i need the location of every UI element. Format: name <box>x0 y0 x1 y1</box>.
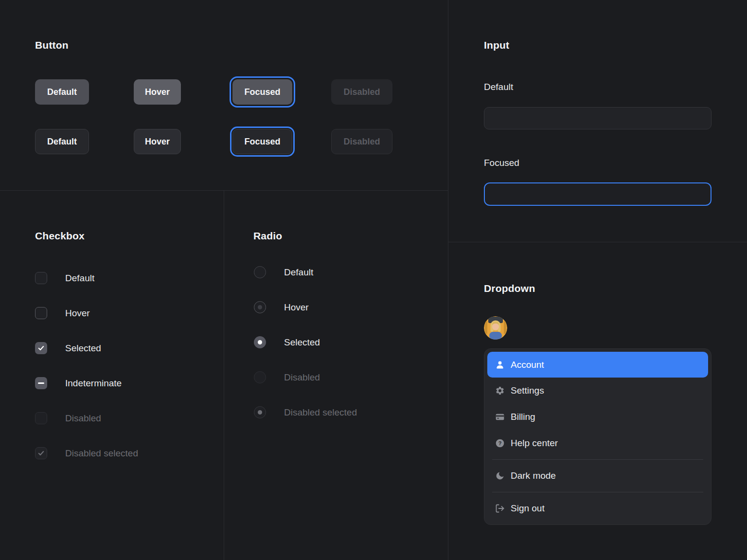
help-circle-icon: ? <box>495 438 505 448</box>
menu-item-label: Dark mode <box>511 470 556 481</box>
input-default-field[interactable] <box>484 107 711 129</box>
menu-item-account[interactable]: Account <box>487 352 708 378</box>
checkbox-default-label: Default <box>65 273 94 284</box>
radio-row-hover: Hover <box>254 301 309 313</box>
menu-item-dark-mode[interactable]: Dark mode <box>487 463 708 489</box>
checkbox-selected[interactable] <box>35 342 47 354</box>
menu-item-sign-out[interactable]: Sign out <box>487 495 708 522</box>
moon-icon <box>495 471 505 481</box>
radio-hover-label: Hover <box>284 302 309 313</box>
checkbox-indeterminate[interactable] <box>35 377 47 389</box>
radio-selected-label: Selected <box>284 337 320 348</box>
radio-dot <box>258 410 262 415</box>
button-secondary-focused[interactable]: Focused <box>232 129 292 154</box>
radio-dot <box>258 305 262 309</box>
radio-dot <box>258 340 262 344</box>
input-section: Input Default Focused <box>448 0 747 242</box>
checkbox-row-indeterminate: Indeterminate <box>35 377 122 389</box>
user-icon <box>495 360 505 370</box>
checkbox-disabled-label: Disabled <box>65 413 101 424</box>
menu-item-help-center[interactable]: ? Help center <box>487 430 708 456</box>
button-primary-hover[interactable]: Hover <box>134 79 181 105</box>
checkbox-row-disabled-selected: Disabled selected <box>35 447 138 459</box>
button-section-title: Button <box>35 39 69 51</box>
radio-selected[interactable] <box>254 336 266 348</box>
radio-row-disabled: Disabled <box>254 371 320 383</box>
user-avatar[interactable] <box>484 316 507 340</box>
gear-icon <box>495 386 505 396</box>
radio-row-disabled-selected: Disabled selected <box>254 406 357 418</box>
checkbox-disabled-selected-label: Disabled selected <box>65 448 138 459</box>
check-icon <box>37 344 45 352</box>
menu-item-label: Sign out <box>511 503 545 514</box>
checkbox-section-title: Checkbox <box>35 230 85 242</box>
sign-out-icon <box>495 504 505 513</box>
input-section-title: Input <box>484 39 509 51</box>
radio-section: Radio Default Hover Selected Disabled Di… <box>224 190 448 560</box>
menu-item-label: Account <box>511 360 544 370</box>
checkbox-row-selected: Selected <box>35 342 101 354</box>
radio-default-label: Default <box>284 267 313 278</box>
radio-disabled <box>254 371 266 383</box>
radio-default[interactable] <box>254 266 266 278</box>
button-section: Button Default Hover Focused Disabled De… <box>0 0 448 190</box>
menu-item-label: Settings <box>511 385 544 396</box>
dropdown-section-title: Dropdown <box>484 283 535 294</box>
input-focused-field[interactable] <box>484 182 711 206</box>
menu-item-label: Help center <box>511 438 558 449</box>
check-icon <box>37 450 45 457</box>
radio-disabled-label: Disabled <box>284 372 320 383</box>
button-secondary-default[interactable]: Default <box>35 129 89 154</box>
checkbox-disabled <box>35 412 47 424</box>
user-avatar-image <box>484 316 507 340</box>
checkbox-section: Checkbox Default Hover Selected Indeterm… <box>0 190 224 560</box>
credit-card-icon <box>495 412 505 422</box>
radio-disabled-selected-label: Disabled selected <box>284 407 357 418</box>
checkbox-hover[interactable] <box>35 307 47 319</box>
button-secondary-hover[interactable]: Hover <box>134 129 181 154</box>
button-primary-focused[interactable]: Focused <box>232 79 292 105</box>
radio-hover[interactable] <box>254 301 266 313</box>
checkbox-indeterminate-label: Indeterminate <box>65 378 122 389</box>
menu-divider <box>492 459 703 460</box>
checkbox-row-hover: Hover <box>35 307 90 319</box>
indeterminate-dash-icon <box>38 382 44 384</box>
svg-text:?: ? <box>498 440 502 446</box>
input-focused-label: Focused <box>484 158 519 168</box>
checkbox-hover-label: Hover <box>65 308 90 319</box>
input-default-label: Default <box>484 82 513 92</box>
checkbox-disabled-selected <box>35 447 47 459</box>
button-secondary-disabled: Disabled <box>331 129 392 154</box>
radio-row-selected: Selected <box>254 336 320 348</box>
radio-section-title: Radio <box>253 230 282 242</box>
button-primary-disabled: Disabled <box>331 79 392 105</box>
menu-item-settings[interactable]: Settings <box>487 378 708 404</box>
menu-item-label: Billing <box>511 412 535 422</box>
dropdown-section: Dropdown Account <box>448 242 747 560</box>
menu-item-billing[interactable]: Billing <box>487 404 708 430</box>
dropdown-menu: Account Settings Billing ? Help center <box>484 348 711 525</box>
radio-row-default: Default <box>254 266 313 278</box>
button-primary-default[interactable]: Default <box>35 79 89 105</box>
checkbox-selected-label: Selected <box>65 343 101 354</box>
checkbox-default[interactable] <box>35 272 47 284</box>
menu-divider <box>492 492 703 492</box>
checkbox-row-disabled: Disabled <box>35 412 101 424</box>
checkbox-row-default: Default <box>35 272 94 284</box>
component-showcase-canvas: { "colors": { "accent_blue": "#3b80f5", … <box>0 0 747 560</box>
radio-disabled-selected <box>254 406 266 418</box>
